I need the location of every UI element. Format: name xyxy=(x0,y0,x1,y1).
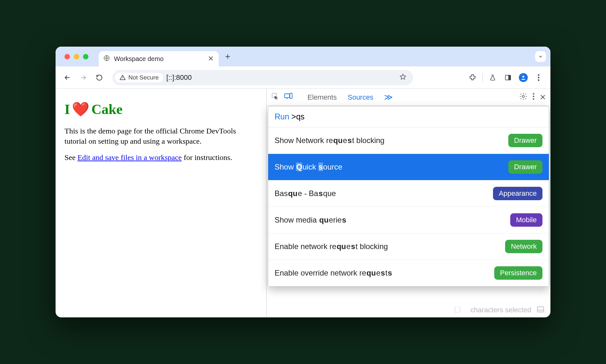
command-result-item[interactable]: Enable override network requestsPersiste… xyxy=(268,260,549,286)
command-result-item[interactable]: Basque - BasqueAppearance xyxy=(268,180,549,207)
svg-rect-2 xyxy=(509,75,511,80)
command-caret: > xyxy=(292,112,296,121)
drawer-panel-icon xyxy=(537,306,544,314)
workspace-link[interactable]: Edit and save files in a workspace xyxy=(78,153,182,162)
security-label: Not Secure xyxy=(128,74,159,81)
profile-button[interactable] xyxy=(517,71,530,84)
globe-icon xyxy=(103,55,110,63)
svg-rect-9 xyxy=(290,93,292,98)
devtools-tab-sources[interactable]: Sources xyxy=(345,93,376,102)
command-result-badge: Network xyxy=(505,240,542,253)
close-tab-icon[interactable]: ✕ xyxy=(207,55,214,63)
new-tab-button[interactable]: + xyxy=(225,51,230,62)
devtools-tab-more[interactable]: ≫ xyxy=(382,92,395,102)
svg-rect-14 xyxy=(537,307,544,312)
toolbar-right xyxy=(466,71,545,84)
tab-strip: Workspace demo ✕ + xyxy=(56,47,550,66)
toolbar-divider xyxy=(482,73,483,82)
device-toolbar-icon[interactable] xyxy=(284,92,293,102)
svg-point-12 xyxy=(533,95,534,97)
see-suffix: for instructions. xyxy=(182,153,232,162)
drawer-status-peek: 〔〕 characters selected xyxy=(401,305,544,315)
svg-point-4 xyxy=(538,74,540,76)
command-result-label: Basque - Basque xyxy=(275,189,489,198)
side-panel-icon[interactable] xyxy=(501,71,515,84)
see-prefix: See xyxy=(64,153,78,162)
security-chip[interactable]: Not Secure xyxy=(115,73,163,82)
tab-title: Workspace demo xyxy=(114,55,203,63)
command-result-badge: Appearance xyxy=(493,187,542,200)
command-result-item[interactable]: Show Network request blockingDrawer xyxy=(268,127,549,154)
command-result-badge: Drawer xyxy=(508,134,542,147)
command-result-item[interactable]: Show Quick sourceDrawer xyxy=(268,154,549,180)
command-result-label: Show Network request blocking xyxy=(275,136,504,145)
command-result-label: Show Quick source xyxy=(275,163,504,171)
command-input-row[interactable]: Run >qs xyxy=(268,106,549,127)
maximize-window-button[interactable] xyxy=(83,54,88,59)
heart-icon: ❤️ xyxy=(72,101,89,118)
svg-rect-8 xyxy=(284,94,290,98)
devtools-close-icon[interactable]: ✕ xyxy=(540,93,546,102)
command-result-badge: Drawer xyxy=(508,160,542,174)
page-see-paragraph: See Edit and save files in a workspace f… xyxy=(64,152,257,163)
command-result-badge: Mobile xyxy=(510,213,542,227)
devtools-tab-bar: Elements Sources ≫ ✕ xyxy=(267,89,550,106)
page-heading: I ❤️ Cake xyxy=(64,101,257,118)
browser-tab[interactable]: Workspace demo ✕ xyxy=(99,51,219,66)
browser-toolbar: Not Secure [::]:8000 xyxy=(56,66,550,89)
minimize-window-button[interactable] xyxy=(74,54,79,59)
page-paragraph: This is the demo page for the official C… xyxy=(64,126,257,147)
reload-button[interactable] xyxy=(93,71,106,84)
command-result-list: Show Network request blockingDrawerShow … xyxy=(268,127,549,286)
command-result-label: Enable override network requests xyxy=(275,269,490,277)
devtools-menu-icon[interactable] xyxy=(533,93,534,102)
svg-point-13 xyxy=(533,98,534,100)
back-button[interactable] xyxy=(61,71,74,84)
command-result-label: Show media queries xyxy=(275,216,506,224)
heading-prefix: I xyxy=(64,101,70,118)
tab-search-button[interactable] xyxy=(535,51,546,62)
rendered-page: I ❤️ Cake This is the demo page for the … xyxy=(56,89,266,317)
gear-icon[interactable] xyxy=(519,92,527,102)
devtools-tab-elements[interactable]: Elements xyxy=(305,93,339,102)
url-text: [::]:8000 xyxy=(166,73,192,82)
browser-window: Workspace demo ✕ + Not Secure [::]:8000 xyxy=(56,47,550,317)
command-result-item[interactable]: Enable network request blockingNetwork xyxy=(268,233,549,260)
svg-point-3 xyxy=(522,76,524,78)
heading-suffix: Cake xyxy=(91,101,123,118)
content-area: I ❤️ Cake This is the demo page for the … xyxy=(56,89,550,317)
command-query: qs xyxy=(296,112,304,121)
address-bar[interactable]: Not Secure [::]:8000 xyxy=(112,70,413,85)
command-run-label: Run xyxy=(275,112,289,121)
window-traffic-lights xyxy=(64,54,88,59)
svg-point-6 xyxy=(538,79,540,81)
labs-icon[interactable] xyxy=(486,71,499,84)
avatar-icon xyxy=(519,73,528,82)
command-menu: Run >qs Show Network request blockingDra… xyxy=(268,106,549,287)
brackets-icon: 〔〕 xyxy=(451,305,465,315)
command-result-item[interactable]: Show media queriesMobile xyxy=(268,207,549,233)
close-window-button[interactable] xyxy=(64,54,70,59)
forward-button[interactable] xyxy=(77,71,90,84)
command-result-badge: Persistence xyxy=(494,266,542,280)
browser-menu-icon[interactable] xyxy=(532,71,545,84)
svg-point-5 xyxy=(538,77,540,78)
warning-icon xyxy=(119,74,126,81)
svg-point-11 xyxy=(533,93,534,95)
bookmark-star-icon[interactable] xyxy=(399,73,407,82)
command-result-label: Enable network request blocking xyxy=(275,242,501,251)
inspect-element-icon[interactable] xyxy=(271,92,279,102)
devtools-panel: Elements Sources ≫ ✕ Run >qs xyxy=(266,89,550,317)
extensions-icon[interactable] xyxy=(466,71,479,84)
svg-point-10 xyxy=(522,95,525,97)
